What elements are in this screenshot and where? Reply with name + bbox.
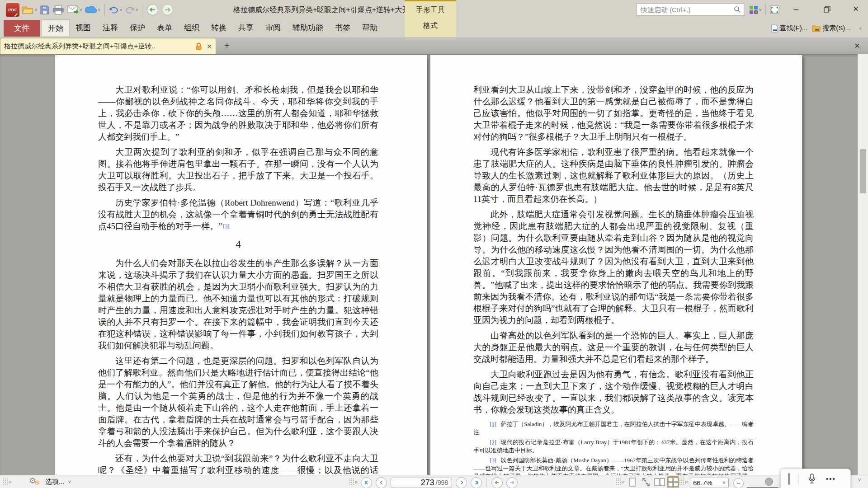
menu-tab[interactable]: 转换: [205, 19, 232, 36]
zoom-out-button[interactable]: –: [733, 478, 744, 488]
email-button[interactable]: ˅: [66, 2, 83, 18]
menu-tab[interactable]: 书签: [329, 19, 356, 36]
vertical-scrollbar[interactable]: [858, 54, 868, 475]
zoom-slider-handle[interactable]: [765, 478, 773, 486]
next-view-button[interactable]: [506, 477, 518, 488]
paragraph-text: 大卫对歌利亚说：“你可以用剑、矛和长枪刺我，但是我会以耶和华——你鄙视的以色列战…: [98, 85, 378, 141]
paragraph-text: 为什么人们会对那天在以拉山谷发生的事产生那么多误解？从一方面来说，这场决斗揭示了…: [98, 258, 378, 350]
hand-tool-tab[interactable]: 手形工具: [405, 5, 456, 15]
two-page-continuous-view-button[interactable]: [667, 476, 679, 488]
fullscreen-icon: [770, 5, 779, 14]
menu-tabs: 开始视图注释保护表单组织转换共享审阅辅助功能书签帮助: [42, 19, 383, 37]
save-button[interactable]: [38, 2, 51, 18]
cloud-icon: [85, 6, 97, 14]
footnote-marker[interactable]: [1]: [490, 421, 496, 427]
menu-tab[interactable]: 辅助功能: [287, 19, 329, 36]
previous-view-button[interactable]: [491, 477, 503, 488]
chevron-down-icon: ˅: [136, 8, 138, 12]
undo-button[interactable]: ˅: [108, 2, 123, 18]
footnote-marker[interactable]: [2]: [490, 439, 496, 446]
more-options-icon[interactable]: •••: [826, 475, 836, 483]
menu-tab[interactable]: 保护: [124, 19, 151, 36]
statusbar-overflow-icon[interactable]: ˅: [858, 477, 861, 483]
document-view[interactable]: 大卫对歌利亚说：“你可以用剑、矛和长枪刺我，但是我会以耶和华——你鄙视的以色列战…: [0, 54, 868, 475]
history-back-button[interactable]: [145, 2, 160, 18]
paragraph: 历史学家罗伯特·多伦温德（Robert Dohrenwend）写道：“歌利亚几乎…: [98, 197, 378, 232]
next-page-button[interactable]: [456, 477, 467, 488]
tab-bar-close-button[interactable]: ✕: [852, 41, 863, 51]
undo-icon: [109, 6, 119, 14]
fullscreen-button[interactable]: [769, 2, 781, 18]
footnote-ref-link[interactable]: [3]: [223, 223, 229, 230]
voice-typing-button[interactable]: [808, 474, 816, 484]
menu-tab[interactable]: 组织: [178, 19, 205, 36]
toolbar-handle-icon[interactable]: [616, 478, 621, 485]
menu-file-button[interactable]: 文件: [4, 20, 40, 37]
two-page-view-button[interactable]: [654, 476, 665, 488]
footnote-marker[interactable]: [3]: [490, 457, 496, 464]
menu-tab[interactable]: 审阅: [259, 19, 287, 36]
zoom-slider[interactable]: [747, 481, 778, 488]
os-input-panel: •••: [780, 469, 851, 488]
close-button[interactable]: ✕: [848, 0, 863, 18]
email-icon: [67, 5, 79, 14]
paragraph: 利亚看到大卫从山坡上下来，没带剑和矛，没穿盔甲的时候，他的反应为什么那么迟缓？他…: [473, 84, 754, 143]
chevron-down-icon: ˅: [80, 8, 82, 12]
find-document-icon: [771, 24, 778, 33]
page-number-input[interactable]: 273 /998: [391, 478, 452, 488]
menu-tab[interactable]: 开始: [42, 19, 70, 36]
last-page-button[interactable]: [471, 477, 482, 488]
footnote: [3]以色列国防部长莫西·戴扬（Moshe Dayan）——1967年第三次中东…: [473, 456, 754, 475]
quick-launch-input[interactable]: [637, 3, 744, 16]
minimize-button[interactable]: –: [788, 0, 804, 18]
options-button[interactable]: ⚙⚙ 选项... ˅: [29, 475, 71, 488]
theme-settings-button[interactable]: ˅: [748, 2, 763, 18]
menu-tab[interactable]: 表单: [151, 19, 178, 36]
menu-tab[interactable]: 视图: [70, 19, 97, 36]
toolbar-handle-icon[interactable]: [3, 478, 8, 485]
ribbon-collapse-icon[interactable]: ˅: [859, 26, 862, 31]
restore-button[interactable]: [819, 0, 835, 18]
back-arrow-icon: [146, 4, 159, 16]
previous-page-button[interactable]: [376, 477, 387, 488]
chevron-down-icon: ˅: [723, 480, 726, 485]
gears-icon: ⚙⚙: [29, 476, 44, 488]
panel-divider: [798, 472, 799, 486]
open-file-button[interactable]: ˅: [21, 2, 38, 18]
search-files-button[interactable]: 搜索(S)...: [810, 20, 853, 37]
open-folder-icon: [22, 5, 34, 14]
single-page-view-button[interactable]: [627, 476, 638, 488]
paragraph: 4: [98, 238, 378, 251]
print-button[interactable]: [51, 2, 66, 18]
forward-arrow-icon: [161, 4, 174, 16]
menu-tab[interactable]: 注释: [97, 19, 124, 36]
menu-tab[interactable]: 帮助: [356, 19, 383, 36]
scrollbar-thumb[interactable]: [860, 149, 866, 193]
text-cursor-icon: [788, 473, 790, 485]
first-page-button[interactable]: [361, 477, 372, 488]
tab-close-icon[interactable]: ✕: [207, 43, 212, 50]
chevron-down-icon: ˅: [759, 8, 761, 12]
page-right-content: 利亚看到大卫从山坡上下来，没带剑和矛，没穿盔甲的时候，他的反应为什么那么迟缓？他…: [473, 84, 754, 416]
paragraph-text: 大卫两次提到了歌利亚的剑和矛，似乎在强调自己那与众不同的意图。接着他将手伸进肩包…: [98, 147, 378, 192]
footnote: [1]萨拉丁（Saladin），埃及阿尤布王朝开国君主，在阿拉伯人抗击十字军东征…: [473, 420, 754, 436]
toolbar-handle-icon[interactable]: [679, 478, 684, 485]
close-glyph: ✕: [853, 5, 859, 13]
zoom-level-select[interactable]: 66.7% ˅: [690, 478, 729, 488]
fit-page-view-button[interactable]: [640, 476, 652, 488]
toolbar-handle-icon[interactable]: [349, 478, 354, 485]
cloud-upload-button[interactable]: ˅: [84, 2, 102, 18]
redo-button[interactable]: ˅: [123, 2, 139, 18]
paragraph: 还有，为什么他要对大卫说“到我跟前来”？为什么歌利亚不走向大卫呢？《圣经》中着重…: [98, 453, 378, 475]
document-tab[interactable]: 格拉德威尔经典系列异类+眨眼之间+引爆点+逆转.. ✕: [0, 38, 216, 54]
find-button[interactable]: 查找(F)...: [769, 20, 810, 37]
paragraph-text: 历史学家罗伯特·多伦温德（Robert Dohrenwend）写道：“歌利亚几乎…: [98, 198, 378, 231]
history-forward-button[interactable]: [160, 2, 175, 18]
menu-tab-format[interactable]: 格式: [405, 21, 456, 31]
new-tab-button[interactable]: +: [222, 40, 232, 51]
microphone-icon: [808, 474, 816, 484]
menu-tab[interactable]: 共享: [232, 19, 259, 36]
footnote-text: 萨拉丁（Saladin），埃及阿尤布王朝开国君主，在阿拉伯人抗击十字军东征中表现…: [473, 421, 754, 436]
paragraph: 大卫对歌利亚说：“你可以用剑、矛和长枪刺我，但是我会以耶和华——你鄙视的以色列战…: [98, 84, 378, 143]
toolbar-anchor-icon: |<: [9, 480, 12, 484]
